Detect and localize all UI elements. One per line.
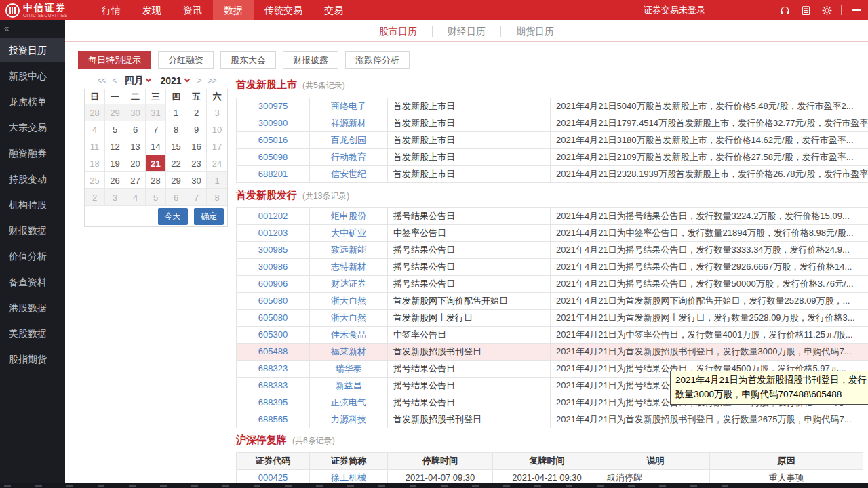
stock-code-link[interactable]: 605016 [237, 132, 309, 148]
day-cell[interactable]: 7 [146, 121, 166, 138]
stock-code-link[interactable]: 600906 [237, 276, 309, 292]
day-cell[interactable]: 3 [207, 104, 227, 121]
day-cell[interactable]: 24 [207, 155, 227, 172]
day-cell[interactable]: 14 [146, 138, 166, 155]
stock-name-link[interactable]: 财达证券 [309, 276, 387, 292]
day-cell[interactable]: 29 [166, 172, 186, 189]
table-row[interactable]: 600906 财达证券 摇号结果公告日 2021年4月21日为摇号结果公告日，发… [237, 276, 868, 293]
stock-code-link[interactable]: 605300 [237, 327, 309, 343]
menu-item[interactable]: 传统交易 [254, 0, 313, 20]
day-cell[interactable]: 25 [85, 172, 105, 189]
day-cell[interactable]: 27 [125, 172, 146, 189]
stock-code-link[interactable]: 688565 [237, 411, 309, 428]
day-cell[interactable]: 8 [207, 189, 227, 206]
sidebar-collapse-button[interactable]: « [0, 20, 65, 38]
sidebar-item[interactable]: 大宗交易 [0, 115, 65, 140]
day-cell[interactable]: 9 [186, 121, 207, 138]
today-button[interactable]: 今天 [158, 208, 188, 225]
day-cell[interactable]: 2 [186, 104, 207, 121]
day-cell[interactable]: 12 [105, 138, 125, 155]
sidebar-item[interactable]: 港股数据 [0, 296, 65, 320]
table-row[interactable]: 605488 福莱新材 首发新股招股书刊登日 2021年4月21日为首发新股招股… [237, 344, 868, 361]
stock-name-link[interactable]: 商络电子 [309, 98, 387, 115]
day-cell[interactable]: 22 [166, 155, 186, 172]
day-cell[interactable]: 6 [166, 189, 186, 206]
stock-code-link[interactable]: 688383 [237, 378, 309, 394]
day-cell[interactable]: 4 [85, 121, 105, 138]
day-cell[interactable]: 10 [207, 121, 227, 138]
stock-name-link[interactable]: 炬申股份 [309, 208, 387, 224]
stock-name-link[interactable]: 福莱新材 [309, 344, 387, 360]
confirm-button[interactable]: 确定 [194, 208, 224, 225]
day-cell[interactable]: 15 [166, 138, 186, 155]
stock-code-link[interactable]: 300980 [237, 115, 309, 131]
stock-name-link[interactable]: 志特新材 [309, 259, 387, 275]
day-cell[interactable]: 16 [186, 138, 207, 155]
day-cell[interactable]: 17 [207, 138, 227, 155]
table-row[interactable]: 300985 致远新能 摇号结果公告日 2021年4月21日为摇号结果公告日，发… [237, 242, 868, 259]
stock-code-link[interactable]: 605488 [237, 344, 309, 360]
day-cell[interactable]: 19 [105, 155, 125, 172]
sidebar-item[interactable]: 美股数据 [0, 321, 65, 346]
sidebar-item[interactable]: 持股变动 [0, 167, 65, 191]
day-cell[interactable]: 13 [125, 138, 146, 155]
month-select[interactable]: 四月 [124, 75, 151, 87]
table-row[interactable]: 605080 浙大自然 首发新股网上发行日 2021年4月21日为首发新股网上发… [237, 310, 868, 327]
sidebar-item[interactable]: 新股中心 [0, 64, 65, 88]
stock-code-link[interactable]: 300975 [237, 98, 309, 115]
day-cell[interactable]: 4 [125, 189, 146, 206]
menu-item[interactable]: 数据 [213, 0, 254, 20]
stock-name-link[interactable]: 浙大自然 [309, 293, 387, 309]
stock-code-link[interactable]: 001202 [237, 208, 309, 224]
filter-button[interactable]: 每日特别提示 [78, 51, 151, 69]
prev-month-button[interactable]: < [112, 76, 116, 85]
stock-code-link[interactable]: 300986 [237, 259, 309, 275]
stock-code-link[interactable]: 688395 [237, 394, 309, 411]
news-icon[interactable] [800, 4, 812, 16]
stock-code-link[interactable]: 605080 [237, 310, 309, 326]
menu-item[interactable]: 资讯 [172, 0, 213, 20]
table-row[interactable]: 605016 百龙创园 首发新股上市日 2021年4月21日3180万股首发新股… [237, 132, 868, 149]
stock-name-link[interactable]: 浙大自然 [309, 310, 387, 326]
settings-icon[interactable] [821, 4, 833, 16]
next-year-button[interactable]: >> [208, 76, 216, 85]
day-cell[interactable]: 28 [146, 172, 166, 189]
table-row[interactable]: 605080 浙大自然 首发新股网下询价配售开始日 2021年4月21日为首发新… [237, 293, 868, 310]
filter-button[interactable]: 涨跌停分析 [345, 51, 410, 69]
stock-code-link[interactable]: 688323 [237, 361, 309, 377]
tab[interactable]: 股市日历 [364, 26, 432, 37]
stock-name-link[interactable]: 力源科技 [309, 411, 387, 428]
sidebar-item[interactable]: 融资融券 [0, 141, 65, 165]
minimize-icon[interactable] [850, 4, 863, 16]
prev-year-button[interactable]: << [97, 76, 105, 85]
day-cell[interactable]: 30 [125, 104, 146, 121]
filter-button[interactable]: 分红融资 [158, 51, 214, 69]
menu-item[interactable]: 行情 [91, 0, 132, 20]
stock-code-link[interactable]: 605098 [237, 149, 309, 165]
stock-name-link[interactable]: 正弦电气 [309, 394, 387, 411]
stock-code-link[interactable]: 001203 [237, 225, 309, 241]
menu-item[interactable]: 交易 [313, 0, 354, 20]
table-row[interactable]: 688565 力源科技 首发新股招股书刊登日 2021年4月21日为首发新股招股… [237, 411, 868, 428]
table-row[interactable]: 300980 祥源新材 首发新股上市日 2021年4月21日1797.4514万… [237, 115, 868, 132]
stock-name-link[interactable]: 信安世纪 [309, 166, 387, 182]
day-cell[interactable]: 8 [166, 121, 186, 138]
sidebar-item[interactable]: 龙虎榜单 [0, 89, 65, 114]
sidebar-item[interactable]: 投资日历 [0, 38, 65, 62]
day-cell[interactable]: 31 [146, 104, 166, 121]
filter-button[interactable]: 股东大会 [220, 51, 276, 69]
day-cell[interactable]: 28 [85, 104, 105, 121]
stock-code-link[interactable]: 300985 [237, 242, 309, 258]
day-cell[interactable]: 18 [85, 155, 105, 172]
year-select[interactable]: 2021 [160, 75, 189, 86]
day-cell[interactable]: 11 [85, 138, 105, 155]
sidebar-item[interactable]: 机构持股 [0, 192, 65, 217]
stock-name-link[interactable]: 瑞华泰 [309, 361, 387, 377]
table-row[interactable]: 001202 炬申股份 摇号结果公告日 2021年4月21日为摇号结果公告日，发… [237, 208, 868, 225]
day-cell[interactable]: 5 [105, 121, 125, 138]
tab[interactable]: 期货日历 [500, 26, 569, 37]
stock-name-link[interactable]: 新益昌 [309, 378, 387, 394]
day-cell[interactable]: 1 [207, 172, 227, 189]
stock-name-link[interactable]: 百龙创园 [309, 132, 387, 148]
sidebar-item[interactable]: 备查资料 [0, 270, 65, 294]
